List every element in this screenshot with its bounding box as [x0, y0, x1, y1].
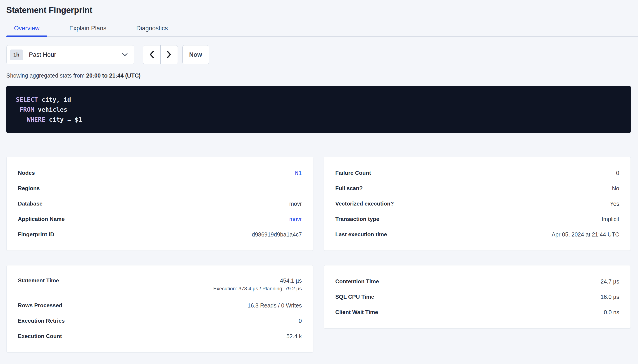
table-row: Failure Count 0 [335, 165, 619, 181]
row-label: Full scan? [335, 185, 363, 192]
row-value: 16.3 Reads / 0 Writes [248, 302, 302, 309]
details-card-right: Failure Count 0 Full scan? No Vectorized… [324, 157, 631, 251]
performance-card-left: Statement Time 454.1 µs Execution: 373.4… [6, 265, 313, 352]
row-label: Nodes [18, 170, 35, 176]
table-row: Contention Time 24.7 µs [335, 274, 619, 289]
row-label: Vectorized execution? [335, 200, 394, 207]
table-row: Transaction type Implicit [335, 212, 619, 227]
sql-line: SELECT city, id [16, 95, 621, 105]
prev-interval-button[interactable] [143, 46, 160, 64]
row-value: Yes [610, 200, 619, 207]
row-label: Statement Time [18, 278, 59, 284]
sql-text: city = $1 [45, 116, 82, 123]
sql-text: vehicles [34, 106, 67, 113]
time-range-select[interactable]: 1h Past Hour [6, 45, 134, 64]
table-row: Nodes N1 [18, 165, 302, 181]
table-row: Rows Processed 16.3 Reads / 0 Writes [18, 298, 302, 313]
chevron-down-icon [122, 53, 128, 56]
table-row: Application Name movr [18, 212, 302, 227]
application-name-link[interactable]: movr [289, 216, 302, 222]
cards-grid: Nodes N1 Regions Database movr Applicati… [6, 157, 631, 352]
row-value: 16.0 µs [600, 294, 619, 300]
now-button[interactable]: Now [182, 45, 209, 64]
table-row: Full scan? No [335, 181, 619, 196]
chevron-right-icon [166, 50, 172, 59]
row-label: Contention Time [335, 278, 379, 285]
details-card-left: Nodes N1 Regions Database movr Applicati… [6, 157, 313, 251]
table-row: Execution Retries 0 [18, 313, 302, 328]
table-row: Regions [18, 181, 302, 196]
table-row: SQL CPU Time 16.0 µs [335, 289, 619, 304]
row-value: 0 [299, 318, 302, 324]
row-label: Client Wait Time [335, 309, 378, 316]
row-label: Transaction type [335, 216, 379, 222]
statement-time-values: 454.1 µs Execution: 373.4 µs / Planning:… [213, 278, 302, 292]
performance-card-right: Contention Time 24.7 µs SQL CPU Time 16.… [324, 265, 631, 328]
table-row: Vectorized execution? Yes [335, 196, 619, 212]
row-label: Rows Processed [18, 302, 62, 308]
table-row: Last execution time Apr 05, 2024 at 21:4… [335, 227, 619, 242]
sql-keyword: WHERE [27, 116, 45, 123]
row-value: Implicit [601, 216, 619, 222]
tab-overview[interactable]: Overview [6, 22, 47, 36]
row-value: 0 [616, 170, 619, 176]
sql-text: city, id [38, 96, 71, 103]
chevron-left-icon [149, 50, 155, 59]
row-label: Failure Count [335, 170, 371, 176]
table-row: Statement Time 454.1 µs Execution: 373.4… [18, 274, 302, 298]
table-row: Execution Count 52.4 k [18, 328, 302, 344]
row-value: 0.0 ns [604, 309, 619, 316]
next-interval-button[interactable] [161, 46, 178, 64]
nodes-link[interactable]: N1 [295, 170, 302, 176]
time-range-badge: 1h [10, 50, 23, 60]
sql-line: FROM vehicles [16, 105, 621, 115]
time-range-label: Past Hour [29, 51, 56, 58]
tab-bar: Overview Explain Plans Diagnostics [6, 22, 638, 37]
fingerprint-id-value: d986919d9ba1a4c7 [252, 231, 302, 238]
row-value: 52.4 k [286, 333, 302, 340]
sql-statement-block: SELECT city, id FROM vehicles WHERE city… [6, 86, 631, 133]
sql-keyword: SELECT [16, 96, 38, 103]
time-controls: 1h Past Hour Now [6, 45, 631, 64]
statement-fingerprint-page: Statement Fingerprint Overview Explain P… [0, 0, 638, 352]
row-label: Fingerprint ID [18, 231, 54, 238]
time-pager [143, 45, 178, 64]
tab-diagnostics[interactable]: Diagnostics [129, 22, 176, 36]
table-row: Fingerprint ID d986919d9ba1a4c7 [18, 227, 302, 242]
row-label: Application Name [18, 216, 65, 222]
row-label: Regions [18, 185, 40, 192]
sql-keyword: FROM [20, 106, 34, 113]
aggregated-stats-range: 20:00 to 21:44 (UTC) [86, 72, 141, 79]
aggregated-stats-line: Showing aggregated stats from 20:00 to 2… [6, 72, 631, 79]
table-row: Client Wait Time 0.0 ns [335, 304, 619, 320]
row-value: 24.7 µs [600, 278, 619, 285]
row-value: 454.1 µs [280, 278, 302, 284]
row-label: Database [18, 200, 43, 207]
row-value: No [612, 185, 619, 192]
last-execution-time-value: Apr 05, 2024 at 21:44 UTC [551, 231, 619, 238]
page-title: Statement Fingerprint [6, 6, 631, 15]
row-subvalue: Execution: 373.4 µs / Planning: 79.2 µs [213, 286, 302, 292]
row-label: SQL CPU Time [335, 294, 374, 300]
row-value: movr [289, 200, 302, 207]
row-label: Execution Retries [18, 318, 65, 324]
tab-explain-plans[interactable]: Explain Plans [62, 22, 114, 36]
row-label: Last execution time [335, 231, 387, 238]
row-label: Execution Count [18, 333, 62, 339]
sql-line: WHERE city = $1 [16, 115, 621, 124]
aggregated-stats-prefix: Showing aggregated stats from [6, 72, 86, 79]
table-row: Database movr [18, 196, 302, 212]
